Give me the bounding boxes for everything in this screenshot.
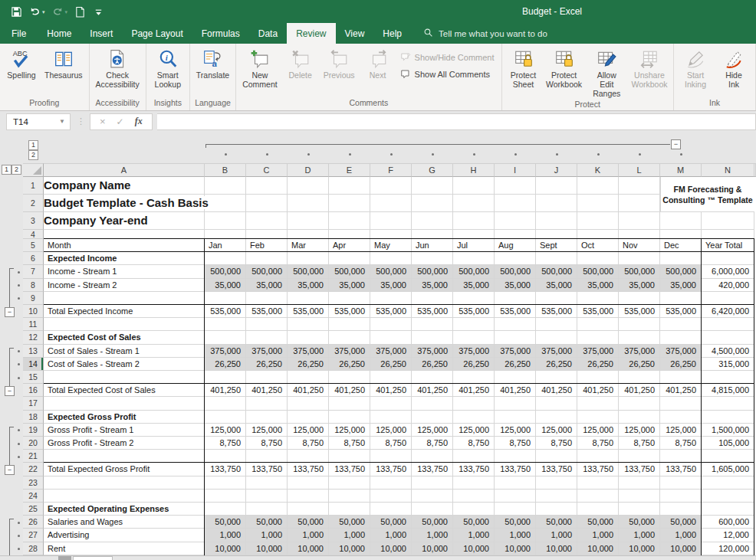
cell-H28[interactable]: 10,000	[453, 542, 495, 555]
cell-E27[interactable]: 1,000	[329, 529, 370, 542]
cell-I1[interactable]	[495, 177, 536, 195]
cell-L9[interactable]	[619, 292, 660, 305]
cell-F10[interactable]: 535,000	[370, 305, 412, 318]
cell-K25[interactable]	[577, 503, 619, 516]
cell-F13[interactable]: 375,000	[370, 345, 412, 358]
cell-L13[interactable]: 375,000	[619, 345, 660, 358]
cell-E1[interactable]	[329, 177, 370, 195]
tab-page-layout[interactable]: Page Layout	[122, 23, 192, 44]
cell-F14[interactable]: 26,250	[370, 358, 412, 371]
cell-G28[interactable]: 10,000	[412, 542, 453, 555]
ribbon-button-allow-edit-ranges[interactable]: Allow EditRanges	[586, 46, 628, 98]
cell-A20[interactable]: Gross Profit - Stream 2	[44, 437, 205, 450]
cell-C3[interactable]	[246, 212, 288, 230]
column-header-M[interactable]: M	[660, 163, 702, 177]
cell-A23[interactable]	[44, 476, 205, 490]
cell-K27[interactable]: 1,000	[577, 529, 619, 542]
cell-G12[interactable]	[412, 331, 453, 344]
row-header-5[interactable]: 5	[23, 239, 44, 252]
column-header-A[interactable]: A	[44, 163, 205, 177]
cell-B11[interactable]	[205, 318, 246, 331]
cell-L22[interactable]: 133,750	[619, 463, 660, 476]
cell-E11[interactable]	[329, 318, 370, 331]
cell-E14[interactable]: 26,250	[329, 358, 370, 371]
cell-L19[interactable]: 125,000	[619, 424, 660, 437]
cell-J26[interactable]: 50,000	[536, 516, 577, 529]
cell-B1[interactable]	[205, 177, 246, 195]
formula-input[interactable]	[157, 113, 756, 130]
cell-D3[interactable]	[288, 212, 329, 230]
cell-D2[interactable]	[288, 195, 329, 212]
cell-M28[interactable]: 10,000	[660, 542, 702, 555]
cell-E5[interactable]: Apr	[329, 239, 370, 252]
enter-icon[interactable]: ✓	[117, 116, 124, 127]
cell-H14[interactable]: 26,250	[453, 358, 495, 371]
cell-M15[interactable]	[660, 371, 702, 384]
cell-I12[interactable]	[495, 331, 536, 344]
cell-N3[interactable]	[702, 212, 754, 230]
cell-F23[interactable]	[370, 476, 412, 490]
cell-E21[interactable]	[329, 450, 370, 463]
save-icon[interactable]	[11, 6, 22, 18]
cell-B5[interactable]: Jan	[205, 239, 246, 252]
cell-B13[interactable]: 375,000	[205, 345, 246, 358]
cell-C12[interactable]	[246, 331, 288, 344]
cell-D24[interactable]	[288, 490, 329, 503]
cell-K15[interactable]	[577, 371, 619, 384]
cell-N19[interactable]: 1,500,000	[702, 424, 754, 437]
cell-I10[interactable]: 535,000	[495, 305, 536, 318]
cell-D14[interactable]: 26,250	[288, 358, 329, 371]
row-header-9[interactable]: 9	[23, 292, 44, 305]
cell-J3[interactable]	[536, 212, 577, 230]
cancel-icon[interactable]: ×	[100, 116, 106, 127]
cell-N23[interactable]	[702, 476, 754, 490]
row-header-25[interactable]: 25	[23, 503, 44, 516]
cell-L23[interactable]	[619, 476, 660, 490]
cell-G18[interactable]	[412, 411, 453, 424]
cell-N28[interactable]: 120,000	[702, 542, 754, 555]
row-header-13[interactable]: 13	[23, 345, 44, 358]
cell-A14[interactable]: Cost of Sales - Stream 2	[44, 358, 205, 371]
insert-function-icon[interactable]: fx	[135, 116, 143, 127]
column-header-J[interactable]: J	[536, 163, 577, 177]
name-box-caret-icon[interactable]: ▼	[59, 118, 70, 125]
ribbon-button-delete[interactable]: Delete	[281, 46, 320, 80]
cell-I18[interactable]	[495, 411, 536, 424]
cell-I8[interactable]: 35,000	[495, 279, 536, 292]
cell-L1[interactable]	[619, 177, 660, 195]
cell-L25[interactable]	[619, 503, 660, 516]
cell-N11[interactable]	[702, 318, 754, 331]
column-header-I[interactable]: I	[495, 163, 536, 177]
cell-B23[interactable]	[205, 476, 246, 490]
cell-M21[interactable]	[660, 450, 702, 463]
cell-A15[interactable]	[44, 371, 205, 384]
cell-F25[interactable]	[370, 503, 412, 516]
cell-E2[interactable]	[329, 195, 370, 212]
cell-A17[interactable]	[44, 397, 205, 410]
column-header-F[interactable]: F	[370, 163, 412, 177]
cell-A26[interactable]: Salaries and Wages	[44, 516, 205, 529]
cell-I28[interactable]: 10,000	[495, 542, 536, 555]
cell-N10[interactable]: 6,420,000	[702, 305, 754, 318]
cell-N7[interactable]: 6,000,000	[702, 265, 754, 278]
cell-M26[interactable]: 50,000	[660, 516, 702, 529]
cell-N6[interactable]	[702, 252, 754, 265]
cell-A12[interactable]: Expected Cost of Sales	[44, 331, 205, 344]
cell-J18[interactable]	[536, 411, 577, 424]
row-header-4[interactable]: 4	[23, 230, 44, 239]
cell-N21[interactable]	[702, 450, 754, 463]
cell-G10[interactable]: 535,000	[412, 305, 453, 318]
ribbon-button-show-all-comments[interactable]: Show All Comments	[400, 68, 495, 80]
cell-H9[interactable]	[453, 292, 495, 305]
cell-F16[interactable]: 401,250	[370, 384, 412, 397]
cell-D17[interactable]	[288, 397, 329, 410]
cell-J13[interactable]: 375,000	[536, 345, 577, 358]
cell-M8[interactable]: 35,000	[660, 279, 702, 292]
cell-L18[interactable]	[619, 411, 660, 424]
ribbon-button-previous[interactable]: Previous	[320, 46, 359, 80]
cell-E24[interactable]	[329, 490, 370, 503]
cell-D22[interactable]: 133,750	[288, 463, 329, 476]
cell-J10[interactable]: 535,000	[536, 305, 577, 318]
cell-L21[interactable]	[619, 450, 660, 463]
cell-M7[interactable]: 500,000	[660, 265, 702, 278]
